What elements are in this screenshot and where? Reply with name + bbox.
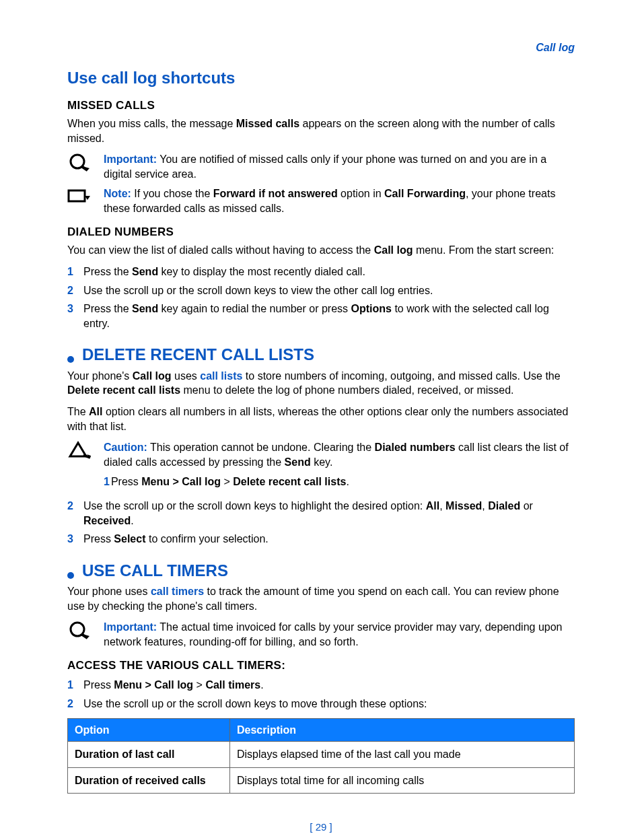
delete-paragraph-1: Your phone's Call log uses call lists to… <box>67 369 575 398</box>
delete-steps: 2Use the scroll up or the scroll down ke… <box>67 499 575 547</box>
dialed-steps: 1Press the Send key to display the most … <box>67 265 575 330</box>
delete-paragraph-2: The All option clears all numbers in all… <box>67 405 575 433</box>
heading-call-timers: Use call timers <box>82 560 228 582</box>
heading-delete-lists: Delete recent call lists <box>82 344 314 365</box>
heading-dialed-numbers: DIALED NUMBERS <box>67 225 575 240</box>
heading-shortcuts: Use call log shortcuts <box>67 67 575 89</box>
col-option: Option <box>68 718 230 742</box>
important-icon <box>67 152 92 172</box>
important-callout-timers: Important: The actual time invoiced for … <box>67 620 575 649</box>
svg-rect-2 <box>69 190 85 201</box>
table-row: Duration of last call Displays elapsed t… <box>68 742 575 768</box>
dialed-paragraph: You can view the list of dialed calls wi… <box>67 243 575 258</box>
timers-steps: 1Press Menu > Call log > Call timers. 2U… <box>67 678 575 711</box>
note-callout: Note: If you chose the Forward if not an… <box>67 186 575 215</box>
important-callout: Important: You are notified of missed ca… <box>67 152 575 181</box>
heading-access-timers: ACCESS THE VARIOUS CALL TIMERS: <box>67 658 575 674</box>
bullet-icon <box>67 356 74 363</box>
missed-paragraph: When you miss calls, the message Missed … <box>67 116 575 145</box>
page-section-label: Call log <box>67 40 575 55</box>
important-icon <box>67 620 92 640</box>
heading-missed-calls: MISSED CALLS <box>67 98 575 114</box>
caution-callout: Caution: This operation cannot be undone… <box>67 440 575 493</box>
bullet-icon <box>67 572 74 579</box>
col-description: Description <box>229 718 574 742</box>
note-icon <box>67 186 92 207</box>
caution-icon <box>67 440 92 460</box>
timers-paragraph: Your phone uses call timers to track the… <box>67 584 575 613</box>
page-number: [ 29 ] <box>67 820 575 834</box>
timers-table: Option Description Duration of last call… <box>67 718 575 794</box>
table-row: Duration of received calls Displays tota… <box>68 767 575 794</box>
